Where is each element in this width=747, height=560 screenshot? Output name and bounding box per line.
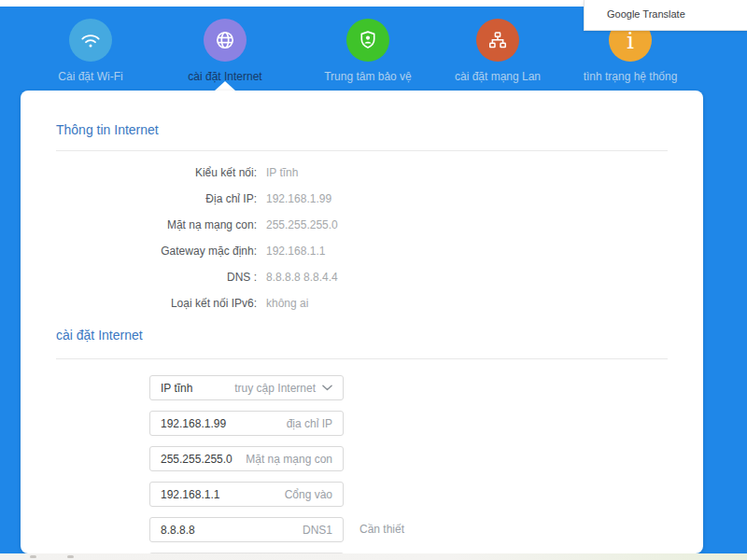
- info-row-connection-type: Kiểu kết nối: IP tĩnh: [56, 160, 338, 186]
- row-label: Địa chỉ IP:: [56, 186, 257, 212]
- info-row-dns: DNS : 8.8.8.8 8.8.4.4: [56, 264, 338, 290]
- content-card: Thông tin Internet Kiểu kết nối: IP tĩnh…: [21, 91, 703, 553]
- gateway-field[interactable]: 192.168.1.1 Cổng vào: [149, 482, 344, 507]
- tab-label: tình trạng hệ thống: [560, 70, 700, 83]
- row-label: Gateway mặc định:: [56, 238, 257, 264]
- tab-label: Cài đặt Wi-Fi: [21, 70, 161, 83]
- tab-label: Trung tâm bảo vệ: [298, 70, 438, 83]
- internet-settings-form: IP tĩnh truy cập Internet 192.168.1.99 đ…: [149, 375, 344, 553]
- dns1-required-note: Cần thiết: [359, 517, 404, 542]
- info-row-ipv6-type: Loại kết nối IPv6: không ai: [56, 290, 338, 316]
- row-label: Mặt nạ mạng con:: [56, 212, 257, 238]
- divider: [56, 150, 668, 151]
- row-label: Loại kết nối IPv6:: [56, 290, 257, 316]
- ip-address-field[interactable]: 192.168.1.99 địa chỉ IP: [149, 411, 344, 436]
- row-value: 8.8.8.8 8.8.4.4: [266, 264, 338, 290]
- chevron-down-icon: [322, 385, 332, 391]
- row-label: DNS :: [56, 264, 257, 290]
- row-value: 255.255.255.0: [266, 212, 338, 238]
- tab-wifi-settings[interactable]: Cài đặt Wi-Fi: [21, 19, 161, 83]
- row-value: 192.168.1.1: [266, 238, 325, 264]
- connection-type-dropdown[interactable]: IP tĩnh truy cập Internet: [149, 375, 344, 400]
- internet-info-title: Thông tin Internet: [56, 122, 159, 137]
- subnet-mask-field[interactable]: 255.255.255.0 Mặt nạ mạng con: [149, 446, 344, 471]
- tab-security-center[interactable]: Trung tâm bảo vệ: [298, 19, 438, 83]
- info-row-default-gateway: Gateway mặc định: 192.168.1.1: [56, 238, 338, 264]
- tab-label: cài đặt mạng Lan: [428, 70, 568, 83]
- row-value: không ai: [266, 290, 308, 316]
- bottom-mark: [30, 555, 36, 558]
- row-value: 192.168.1.99: [266, 186, 331, 212]
- bottom-strip: [0, 553, 747, 560]
- google-translate-popup[interactable]: Google Translate: [584, 0, 747, 31]
- internet-info-list: Kiểu kết nối: IP tĩnh Địa chỉ IP: 192.16…: [56, 160, 338, 316]
- info-row-subnet-mask: Mặt nạ mạng con: 255.255.255.0: [56, 212, 338, 238]
- tab-internet-settings[interactable]: cài đặt Internet: [155, 19, 295, 83]
- dns1-field[interactable]: 8.8.8.8 DNS1: [149, 517, 344, 542]
- wifi-icon: [69, 19, 112, 62]
- globe-icon: [204, 19, 247, 62]
- active-tab-pointer: [215, 81, 235, 91]
- divider: [56, 358, 668, 359]
- dropdown-label: truy cập Internet: [234, 382, 316, 395]
- shield-icon: [346, 19, 389, 62]
- dropdown-value: IP tĩnh: [161, 382, 192, 395]
- bottom-mark: [67, 555, 74, 558]
- internet-settings-title: cài đặt Internet: [56, 328, 143, 343]
- row-label: Kiểu kết nối:: [56, 160, 257, 186]
- tab-lan-settings[interactable]: cài đặt mạng Lan: [428, 19, 568, 83]
- info-row-ip-address: Địa chỉ IP: 192.168.1.99: [56, 186, 338, 212]
- lan-icon: [476, 19, 519, 62]
- row-value: IP tĩnh: [266, 160, 298, 186]
